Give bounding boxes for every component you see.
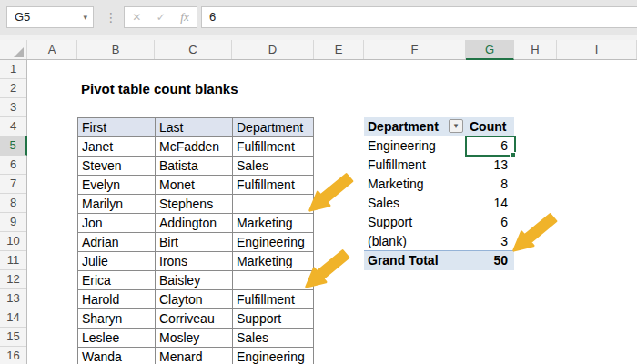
data-table-cell[interactable]: Marilyn: [78, 195, 156, 214]
sheet-title: Pivot table count blanks: [81, 79, 238, 98]
column-header-I[interactable]: I: [557, 40, 637, 59]
column-header-H[interactable]: H: [514, 40, 557, 59]
data-table-row: EricaBaisley: [78, 271, 314, 290]
data-table-cell[interactable]: Leslee: [78, 329, 156, 348]
data-table-cell[interactable]: McFadden: [156, 137, 233, 157]
cancel-icon[interactable]: ✕: [132, 7, 141, 27]
data-table-cell[interactable]: Baisley: [156, 271, 233, 290]
name-box-dropdown-icon[interactable]: ▾: [83, 7, 87, 27]
row-header-9[interactable]: 9: [0, 213, 26, 232]
data-table-cell[interactable]: Corriveau: [156, 309, 233, 329]
data-table-header-department[interactable]: Department: [233, 118, 314, 137]
data-table-row: WandaMenardEngineering: [78, 348, 314, 364]
pivot-count-cell[interactable]: 8: [466, 175, 514, 194]
pivot-header-department[interactable]: Department ▾: [364, 117, 466, 136]
column-header-F[interactable]: F: [364, 40, 466, 59]
row-header-13[interactable]: 13: [0, 289, 26, 308]
select-all-button[interactable]: [0, 40, 27, 59]
pivot-row: Sales14: [364, 194, 514, 213]
data-table-cell[interactable]: Julie: [78, 252, 156, 271]
column-header-G[interactable]: G: [466, 40, 514, 60]
data-table-cell[interactable]: Irons: [156, 252, 233, 271]
row-header-4[interactable]: 4: [0, 117, 26, 136]
data-table-cell[interactable]: Sales: [233, 329, 314, 348]
row-header-12[interactable]: 12: [0, 270, 26, 289]
formula-input[interactable]: 6: [201, 6, 637, 28]
row-header-2[interactable]: 2: [0, 79, 26, 98]
pivot-dept-cell[interactable]: Engineering: [364, 136, 466, 156]
data-table-cell[interactable]: Stephens: [156, 195, 233, 214]
pivot-count-cell[interactable]: 6: [466, 213, 514, 232]
data-table-cell[interactable]: Sales: [233, 157, 314, 176]
pivot-grand-total-label[interactable]: Grand Total: [364, 251, 466, 270]
data-table-cell[interactable]: Wanda: [78, 348, 156, 364]
row-header-16[interactable]: 16: [0, 347, 26, 364]
pivot-dept-cell[interactable]: Fulfillment: [364, 156, 466, 175]
row-header-8[interactable]: 8: [0, 194, 26, 213]
data-table-cell[interactable]: Mosley: [156, 329, 233, 348]
data-table: First Last Department JanetMcFaddenFulfi…: [77, 117, 314, 364]
data-table-cell[interactable]: Harold: [78, 290, 156, 309]
confirm-icon[interactable]: ✓: [157, 7, 166, 27]
pivot-grand-total-row: Grand Total 50: [364, 251, 514, 270]
pivot-dept-cell[interactable]: Support: [364, 213, 466, 232]
data-table-cell[interactable]: Marketing: [233, 214, 314, 233]
data-table-cell[interactable]: Clayton: [156, 290, 233, 309]
data-table-cell[interactable]: Erica: [78, 271, 156, 290]
data-table-cell[interactable]: Fulfillment: [233, 137, 314, 157]
data-table-cell[interactable]: Batista: [156, 157, 233, 176]
column-header-strip: ABCDEFGHI: [0, 40, 637, 60]
row-header-5[interactable]: 5: [0, 136, 27, 156]
data-table-cell[interactable]: Birt: [156, 233, 233, 252]
row-header-14[interactable]: 14: [0, 308, 26, 328]
column-header-A[interactable]: A: [27, 40, 77, 59]
data-table-cell[interactable]: Fulfillment: [233, 290, 314, 309]
row-header-11[interactable]: 11: [0, 251, 26, 270]
pivot-count-cell[interactable]: 3: [466, 232, 514, 251]
data-table-cell[interactable]: Addington: [156, 214, 233, 233]
name-box[interactable]: G5 ▾: [6, 6, 94, 28]
data-table-cell[interactable]: Monet: [156, 176, 233, 195]
data-table-header-last[interactable]: Last: [156, 118, 233, 137]
data-table-header-first[interactable]: First: [78, 118, 156, 137]
annotation-arrow-icon: [511, 211, 560, 254]
pivot-row: (blank)3: [364, 232, 514, 251]
data-table-cell[interactable]: Adrian: [78, 233, 156, 252]
row-header-7[interactable]: 7: [0, 175, 26, 194]
column-header-B[interactable]: B: [77, 40, 155, 59]
pivot-dept-cell[interactable]: Marketing: [364, 175, 466, 194]
row-header-10[interactable]: 10: [0, 232, 26, 251]
row-header-3[interactable]: 3: [0, 98, 26, 117]
data-table-cell[interactable]: Sharyn: [78, 309, 156, 329]
selected-cell-outline[interactable]: [465, 136, 516, 157]
pivot-count-cell[interactable]: 13: [466, 156, 514, 175]
pivot-header-count[interactable]: Count: [466, 117, 514, 136]
insert-function-icon[interactable]: fx: [180, 10, 188, 25]
data-table-cell[interactable]: Fulfillment: [233, 176, 314, 195]
data-table-cell[interactable]: [233, 271, 314, 290]
data-table-cell[interactable]: Steven: [78, 157, 156, 176]
annotation-arrow-icon: [303, 248, 352, 290]
data-table-cell[interactable]: Janet: [78, 137, 156, 157]
data-table-cell[interactable]: Marketing: [233, 252, 314, 271]
column-header-E[interactable]: E: [314, 40, 364, 59]
data-table-cell[interactable]: Menard: [156, 348, 233, 364]
pivot-dept-cell[interactable]: Sales: [364, 194, 466, 213]
pivot-filter-button[interactable]: ▾: [449, 119, 463, 133]
pivot-grand-total-value[interactable]: 50: [466, 251, 514, 270]
data-table-cell[interactable]: Jon: [78, 214, 156, 233]
column-header-D[interactable]: D: [232, 40, 314, 59]
row-header-6[interactable]: 6: [0, 156, 26, 175]
pivot-count-cell[interactable]: 14: [466, 194, 514, 213]
data-table-cell[interactable]: [233, 195, 314, 214]
pivot-row: Fulfillment13: [364, 156, 514, 175]
data-table-cell[interactable]: Engineering: [233, 348, 314, 364]
data-table-cell[interactable]: Support: [233, 309, 314, 329]
row-header-1[interactable]: 1: [0, 60, 26, 79]
data-table-cell[interactable]: Evelyn: [78, 176, 156, 195]
fill-handle[interactable]: [510, 152, 516, 158]
row-header-15[interactable]: 15: [0, 328, 26, 347]
data-table-cell[interactable]: Engineering: [233, 233, 314, 252]
pivot-dept-cell[interactable]: (blank): [364, 232, 466, 251]
column-header-C[interactable]: C: [155, 40, 232, 59]
